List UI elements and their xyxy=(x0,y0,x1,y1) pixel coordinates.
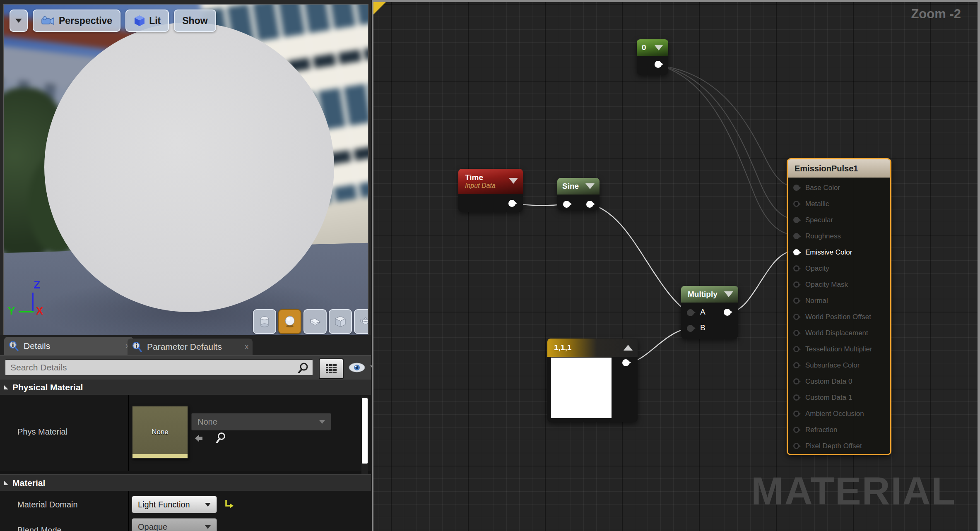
preview-viewport[interactable]: Perspective Lit Show Z Y xyxy=(3,4,368,335)
preview-shape-sphere-button[interactable] xyxy=(278,309,301,334)
node-time[interactable]: Time Input Data xyxy=(458,169,523,212)
node-multiply[interactable]: Multiply A B xyxy=(681,286,738,339)
output-pin[interactable] xyxy=(655,61,662,68)
output-pin[interactable] xyxy=(586,201,593,208)
property-matrix-button[interactable] xyxy=(319,358,344,379)
phys-material-thumbnail[interactable]: None xyxy=(132,406,188,459)
tab-details-label: Details xyxy=(24,341,50,351)
input-pin-a[interactable] xyxy=(687,309,694,316)
node-constant-vector[interactable]: 1,1,1 xyxy=(547,339,638,422)
pin-label: Opacity xyxy=(805,264,829,273)
section-header-material[interactable]: Material xyxy=(0,474,371,491)
input-pin-roughness[interactable] xyxy=(793,233,799,239)
node-title: Time xyxy=(465,173,483,182)
node-material-output[interactable]: EmissionPulse1 Base ColorMetallicSpecula… xyxy=(787,158,891,455)
output-pin[interactable] xyxy=(508,200,515,207)
details-scrollbar-thumb[interactable] xyxy=(362,398,368,464)
material-domain-dropdown[interactable]: Light Function xyxy=(132,496,217,513)
perspective-button[interactable]: Perspective xyxy=(33,10,120,32)
input-pin-metallic[interactable] xyxy=(793,201,799,207)
axis-gizmo: Z Y X xyxy=(13,281,58,322)
collapse-arrow-icon xyxy=(4,385,8,389)
pin-row-base-color: Base Color xyxy=(788,180,890,196)
input-pin-custom-data-1[interactable] xyxy=(793,394,799,401)
output-pin[interactable] xyxy=(622,359,629,366)
input-pin-pixel-depth-offset[interactable] xyxy=(793,443,799,449)
preview-shape-cube-button[interactable] xyxy=(329,309,352,334)
pin-row-custom-data-0: Custom Data 0 xyxy=(788,373,890,389)
preview-shape-plane-button[interactable] xyxy=(303,309,327,334)
pin-label: World Position Offset xyxy=(805,313,871,321)
input-pin-b[interactable] xyxy=(687,325,694,332)
input-pin-specular[interactable] xyxy=(793,217,799,223)
blend-mode-dropdown[interactable]: Opaque xyxy=(132,518,217,531)
input-pin-tessellation-multiplier[interactable] xyxy=(793,346,799,352)
column-divider xyxy=(128,491,129,531)
browse-asset-icon[interactable] xyxy=(215,432,227,445)
tab-parameter-defaults[interactable]: Parameter Defaults x xyxy=(128,339,253,355)
collapse-triangle-icon[interactable] xyxy=(724,291,733,297)
material-output-pins: Base ColorMetallicSpecularRoughnessEmiss… xyxy=(788,180,890,454)
input-pin-normal[interactable] xyxy=(793,298,799,304)
pin-label: Emissive Color xyxy=(805,248,852,257)
use-selected-asset-icon[interactable] xyxy=(194,434,205,444)
tab-close-icon[interactable]: x xyxy=(245,343,249,351)
chevron-down-icon xyxy=(205,503,211,507)
input-pin-custom-data-0[interactable] xyxy=(793,378,799,384)
pin-label: Roughness xyxy=(805,232,841,240)
input-pin-refraction[interactable] xyxy=(793,427,799,433)
node-sine[interactable]: Sine xyxy=(557,178,600,210)
input-pin-world-position-offset[interactable] xyxy=(793,314,799,320)
pin-label: Opacity Mask xyxy=(805,281,848,289)
lit-mode-button[interactable]: Lit xyxy=(125,10,169,32)
pin-row-roughness: Roughness xyxy=(788,228,890,244)
y-axis-label: Y xyxy=(8,305,15,317)
node-constant-zero[interactable]: 0 xyxy=(637,39,668,75)
input-pin-base-color[interactable] xyxy=(793,185,799,191)
preview-shape-cylinder-button[interactable] xyxy=(253,309,276,334)
pin-row-normal: Normal xyxy=(788,293,890,309)
preview-shape-teapot-button[interactable] xyxy=(354,309,368,334)
collapse-triangle-icon[interactable] xyxy=(654,45,663,50)
reset-to-default-icon[interactable] xyxy=(224,498,234,510)
node-title: 1,1,1 xyxy=(554,343,571,352)
input-pin[interactable] xyxy=(563,201,570,208)
output-pin[interactable] xyxy=(724,309,731,316)
node-title: Multiply xyxy=(688,290,718,299)
input-pin-opacity[interactable] xyxy=(793,265,799,272)
x-axis-label: X xyxy=(36,305,43,317)
phys-material-value: None xyxy=(197,417,217,427)
show-label: Show xyxy=(182,15,207,26)
search-details-input[interactable] xyxy=(5,359,313,376)
material-rows: Material Domain Light Function Blend Mod… xyxy=(0,491,371,531)
phys-material-dropdown[interactable]: None xyxy=(191,413,331,430)
input-pin-opacity-mask[interactable] xyxy=(793,281,799,288)
section-header-physical-material[interactable]: Physical Material xyxy=(0,379,371,395)
phys-material-label: Phys Material xyxy=(17,427,67,437)
perspective-camera-icon xyxy=(41,16,55,26)
section-title: Physical Material xyxy=(12,382,83,392)
physical-material-rows: Phys Material None None xyxy=(0,395,371,471)
pin-label: Custom Data 0 xyxy=(805,377,852,386)
input-pin-world-displacement[interactable] xyxy=(793,330,799,336)
pin-label: World Displacement xyxy=(805,329,868,337)
y-axis-line xyxy=(19,311,34,312)
input-pin-ambient-occlusion[interactable] xyxy=(793,411,799,417)
tab-details[interactable]: Details x xyxy=(4,337,133,355)
collapse-triangle-icon[interactable] xyxy=(624,345,633,351)
info-search-icon xyxy=(132,341,143,353)
collapse-triangle-icon[interactable] xyxy=(509,178,518,184)
wire-sine-to-multiply-a xyxy=(590,204,688,312)
pin-label: Metallic xyxy=(805,200,829,208)
chevron-down-icon xyxy=(205,525,211,529)
pin-label: Specular xyxy=(805,216,833,224)
section-title: Material xyxy=(12,478,45,488)
show-button[interactable]: Show xyxy=(174,10,216,32)
node-title: EmissionPulse1 xyxy=(795,164,858,173)
thumbnail-label: None xyxy=(152,428,169,436)
cube-icon xyxy=(335,315,346,328)
viewport-options-dropdown-button[interactable] xyxy=(10,10,28,32)
input-pin-subsurface-color[interactable] xyxy=(793,362,799,368)
input-pin-emissive-color[interactable] xyxy=(793,249,799,255)
collapse-triangle-icon[interactable] xyxy=(585,183,595,189)
